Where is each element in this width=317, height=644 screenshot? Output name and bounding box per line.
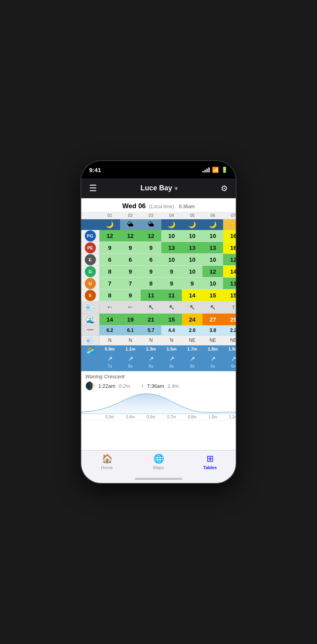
- swell-size-cell: 0.9m: [99, 345, 120, 354]
- data-cell: 12: [223, 254, 236, 265]
- wind-dir-icon: 💨: [81, 301, 99, 313]
- row-badge: PG: [85, 230, 96, 242]
- data-cell: 10: [202, 230, 223, 242]
- wind-speed-cell: 29: [223, 314, 236, 325]
- tab-home[interactable]: 🏠 Home: [81, 454, 133, 470]
- row-badge: U: [85, 278, 96, 289]
- weather-cell: 🌙: [182, 219, 202, 230]
- nav-bar: ☰ Luce Bay ▾ ⚙: [81, 178, 236, 198]
- wind-label-cells: NNNNNENENENENENENENE: [99, 335, 236, 345]
- data-row: PE999131313161616161616: [81, 242, 236, 254]
- current-cell: 5.7: [141, 326, 161, 335]
- wind-dir-cell: ↖: [141, 301, 161, 313]
- current-cell: 2.2: [223, 326, 236, 335]
- swell-period-cell: 6s: [223, 363, 236, 370]
- row-badge: G: [85, 266, 96, 277]
- row-icon-cell: PE: [81, 242, 99, 253]
- swell-period-cell: 7s: [99, 363, 120, 370]
- wind-dir-row: 💨 ←←↖↖↖↖↑↑↑↑↑↑: [81, 301, 236, 314]
- swell-size-cell: 1.1m: [120, 345, 141, 354]
- wind-label-cell: NE: [223, 335, 236, 345]
- data-row: G89991012141314141414: [81, 266, 236, 278]
- hour-label: 07: [223, 212, 236, 219]
- moon-section: Waning Crescent 🌒 1:22am 0.2m ↑ 7:36am 1…: [81, 371, 236, 391]
- hour-label: 04: [161, 212, 182, 219]
- wind-label-cell: NE: [182, 335, 202, 345]
- weather-cell: 🌥: [141, 219, 161, 230]
- current-cell: 6.1: [120, 326, 141, 335]
- tab-maps[interactable]: 🌐 Maps: [133, 454, 184, 470]
- nav-title: Luce Bay ▾: [140, 184, 177, 192]
- wind-speed-cells: 141921152427293029222222: [99, 314, 236, 325]
- cells-container: 89991012141314141414: [99, 266, 236, 277]
- high-tide-time: 7:36am: [147, 383, 164, 389]
- current-cell: 6.2: [99, 326, 120, 335]
- data-cell: 6: [99, 254, 120, 265]
- wind-label-icon: 💨: [81, 335, 99, 345]
- hour-label: 02: [120, 212, 141, 219]
- data-cell: 12: [99, 230, 120, 242]
- swell-arrow-spacer: [81, 354, 99, 363]
- data-row: U7789910111212121212: [81, 278, 236, 289]
- wind-dir-cell: ↖: [202, 301, 223, 313]
- status-bar: 9:41 📶 🔋: [81, 161, 236, 178]
- swell-arrow-cell: ↗: [202, 354, 223, 363]
- maps-icon: 🌐: [153, 454, 164, 464]
- current-cells: 6.26.15.74.42.63.82.22.42.04.15.05.0: [99, 326, 236, 335]
- data-row: E666101010121212111111: [81, 254, 236, 266]
- row-icon-cell: PG: [81, 230, 99, 242]
- data-cell: 9: [161, 266, 182, 277]
- swell-period-cells: 7s8s8s8s8s6s6s6s4s4s4s4s: [99, 363, 236, 370]
- weather-row: 🌙🌥🌥🌙🌙🌙☀️☀️☀️☀️☀️☀️: [81, 219, 236, 230]
- date-label: Wed 06: [122, 202, 146, 210]
- wind-dir-cell: ←: [120, 301, 141, 313]
- cells-container: 8911111415151515151515: [99, 289, 236, 301]
- data-cell: 9: [182, 278, 202, 289]
- local-time-label: (Local time): [149, 204, 174, 209]
- hour-cells: 010203040506070809101112: [99, 212, 236, 219]
- location-name: Luce Bay: [140, 184, 172, 192]
- data-row: PG121212101010161616161616: [81, 230, 236, 242]
- tide-label: 0.8m: [182, 414, 202, 420]
- tab-tables[interactable]: ⊞ Tables: [184, 454, 236, 470]
- swell-arrow-cell: ↗: [99, 354, 120, 363]
- swell-size-row: 🏄 0.9m1.1m1.3m1.5m1.7m1.8m1.9m2.0m2.1m2.…: [81, 345, 236, 354]
- wind-speed-cell: 15: [161, 314, 182, 325]
- data-cell: 11: [141, 289, 161, 301]
- signal-icon: [202, 167, 210, 172]
- data-cell: 9: [120, 289, 141, 301]
- weather-spacer: [81, 219, 99, 230]
- data-cell: 8: [99, 266, 120, 277]
- wind-dir-cell: ↖: [161, 301, 182, 313]
- data-cell: 13: [161, 242, 182, 253]
- data-cell: 13: [202, 242, 223, 253]
- swell-period-cell: 6s: [202, 363, 223, 370]
- row-badge: PE: [85, 242, 96, 253]
- main-content: Wed 06 (Local time) 6:36am 0102030405060…: [81, 198, 236, 450]
- menu-button[interactable]: ☰: [89, 184, 97, 193]
- current-row: 〰 6.26.15.74.42.63.82.22.42.04.15.05.0: [81, 326, 236, 335]
- tide-labels-spacer: [81, 414, 99, 420]
- swell-size-cell: 1.8m: [202, 345, 223, 354]
- wind-dir-cell: ↑: [223, 301, 236, 313]
- swell-arrow-cell: ↗: [182, 354, 202, 363]
- high-tide-arrow: ↑: [141, 383, 144, 389]
- swell-size-cell: 1.7m: [182, 345, 202, 354]
- wind-speed-cell: 21: [141, 314, 161, 325]
- data-cell: 7: [99, 278, 120, 289]
- swell-period-cell: 8s: [141, 363, 161, 370]
- settings-button[interactable]: ⚙: [221, 184, 228, 193]
- dropdown-icon[interactable]: ▾: [175, 185, 178, 192]
- row-icon-cell: S: [81, 289, 99, 301]
- wind-label-cell: NE: [202, 335, 223, 345]
- row-icon-cell: G: [81, 266, 99, 277]
- cells-container: 666101010121212111111: [99, 254, 236, 265]
- cells-container: 121212101010161616161616: [99, 230, 236, 242]
- home-indicator: [135, 478, 182, 480]
- data-cell: 10: [161, 230, 182, 242]
- tide-label: 0.7m: [161, 414, 182, 420]
- wind-label-cell: N: [161, 335, 182, 345]
- weather-cells: 🌙🌥🌥🌙🌙🌙☀️☀️☀️☀️☀️☀️: [99, 219, 236, 230]
- wind-label-cell: N: [141, 335, 161, 345]
- weather-cell: 🌙: [202, 219, 223, 230]
